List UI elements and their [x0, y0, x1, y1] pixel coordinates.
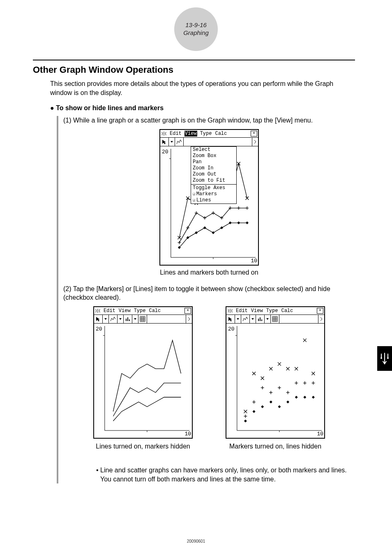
calc-screenshot-2: Edit View Type Calc ✕	[93, 306, 193, 439]
menu-item-zoom-to-fit[interactable]: Zoom to Fit	[191, 178, 236, 184]
menu-item-lines[interactable]: Lines	[191, 197, 236, 204]
svg-rect-40	[253, 410, 256, 413]
close-icon[interactable]: ✕	[317, 308, 323, 314]
svg-rect-16	[127, 317, 128, 321]
menubar: Edit View Type Calc ✕	[160, 130, 258, 138]
menu-edit[interactable]: Edit	[103, 308, 116, 314]
step-1: (1) While a line graph or a scatter grap…	[63, 116, 355, 125]
page: 13-9-16 Graphing Other Graph Window Oper…	[0, 0, 392, 555]
toolbar-graph-icon[interactable]	[175, 138, 184, 146]
svg-rect-47	[312, 396, 315, 399]
toolbar-table-icon[interactable]	[138, 315, 147, 323]
svg-rect-14	[246, 221, 249, 224]
page-ref: 13-9-16	[185, 21, 207, 29]
tab-icon	[380, 352, 390, 365]
section-rule	[33, 60, 355, 60]
app-menu-icon[interactable]	[161, 131, 167, 136]
menu-item-select[interactable]: Select	[191, 147, 236, 153]
dropdown-arrow-icon[interactable]	[250, 315, 256, 323]
svg-rect-39	[244, 419, 247, 422]
menu-view[interactable]: View	[184, 131, 197, 136]
toolbar-select-icon[interactable]	[94, 315, 103, 323]
procedure-block: (1) While a line graph or a scatter grap…	[57, 116, 355, 483]
toolbar-expand-icon[interactable]	[252, 138, 258, 146]
menu-item-pan[interactable]: Pan	[191, 159, 236, 165]
menu-item-toggle-axes[interactable]: Toggle Axes	[191, 185, 236, 191]
toolbar-expand-icon[interactable]	[186, 315, 192, 323]
menu-item-zoom-in[interactable]: Zoom In	[191, 165, 236, 171]
close-icon[interactable]: ✕	[184, 308, 191, 314]
svg-rect-45	[295, 396, 298, 399]
menubar: Edit View Type Calc ✕	[94, 307, 192, 315]
svg-rect-41	[261, 405, 264, 408]
procedure-title-text: To show or hide lines and markers	[56, 104, 164, 111]
app-menu-icon[interactable]	[227, 308, 233, 313]
toolbar-table-icon[interactable]	[271, 315, 279, 323]
svg-point-0	[381, 358, 382, 358]
dropdown-arrow-icon[interactable]	[235, 315, 241, 323]
dropdown-arrow-icon[interactable]	[118, 315, 124, 323]
menu-item-markers[interactable]: Markers	[191, 191, 236, 197]
menu-type[interactable]: Type	[134, 308, 146, 314]
svg-rect-46	[303, 396, 306, 399]
menu-calc[interactable]: Calc	[281, 308, 293, 314]
dropdown-arrow-icon[interactable]	[103, 315, 109, 323]
calc-screenshot-1: Edit View Type Calc ✕	[159, 129, 259, 266]
toolbar-select-icon[interactable]	[160, 138, 169, 146]
screenshot-row: Edit View Type Calc ✕	[63, 306, 355, 458]
menu-type[interactable]: Type	[200, 131, 212, 136]
caption-1: Lines and markers both turned on	[63, 269, 355, 276]
plot-area: 20 10	[226, 324, 324, 438]
svg-rect-27	[258, 319, 259, 321]
menu-calc[interactable]: Calc	[148, 308, 161, 314]
chapter-thumb-tab	[377, 346, 392, 371]
menu-view[interactable]: View	[251, 308, 263, 314]
plot-svg	[226, 324, 324, 438]
menu-item-zoom-out[interactable]: Zoom Out	[191, 171, 236, 178]
app-menu-icon[interactable]	[95, 308, 101, 313]
note: • Line and scatter graphs can have marke…	[96, 466, 355, 483]
svg-rect-18	[140, 317, 145, 321]
toolbar	[94, 315, 192, 324]
caption-right: Markers turned on, lines hidden	[229, 443, 321, 450]
menu-edit[interactable]: Edit	[235, 308, 248, 314]
menu-type[interactable]: Type	[266, 308, 279, 314]
svg-rect-28	[260, 317, 261, 321]
toolbar-select-icon[interactable]	[226, 315, 235, 323]
svg-rect-9	[203, 226, 206, 229]
menu-item-zoom-box[interactable]: Zoom Box	[191, 153, 236, 159]
intro-text: This section provides more details about…	[50, 79, 355, 97]
svg-rect-13	[237, 221, 240, 224]
toolbar-chart-type-icon[interactable]	[256, 315, 265, 323]
caption-left: Lines turned on, markers hidden	[96, 443, 190, 450]
step-2: (2) Tap the [Markers] or [Lines] item to…	[63, 284, 355, 302]
procedure-title: ● To show or hide lines and markers	[50, 104, 355, 112]
section-title: Other Graph Window Operations	[33, 65, 355, 75]
menu-edit[interactable]: Edit	[169, 131, 182, 136]
dropdown-arrow-icon[interactable]	[132, 315, 138, 323]
page-badge: 13-9-16 Graphing	[174, 7, 218, 51]
toolbar	[226, 315, 324, 324]
menubar: Edit View Type Calc ✕	[226, 307, 324, 315]
dropdown-arrow-icon[interactable]	[169, 138, 175, 146]
print-id: 20090601	[0, 539, 392, 543]
menu-calc[interactable]: Calc	[214, 131, 227, 136]
plot-svg	[94, 324, 192, 438]
svg-rect-42	[270, 400, 272, 403]
svg-point-1	[387, 358, 388, 358]
toolbar	[160, 138, 258, 146]
calc-screenshot-3: Edit View Type Calc ✕	[226, 306, 325, 439]
menu-view[interactable]: View	[118, 308, 131, 314]
svg-rect-29	[261, 319, 262, 321]
svg-rect-12	[229, 221, 232, 224]
bullet-icon: ●	[50, 104, 54, 111]
toolbar-graph-icon[interactable]	[241, 315, 250, 323]
plot-area: 20 10 Select Zoom Box Pan Zoom In Zoom O…	[160, 146, 258, 265]
toolbar-chart-type-icon[interactable]	[124, 315, 132, 323]
toolbar-expand-icon[interactable]	[318, 315, 324, 323]
dropdown-arrow-icon[interactable]	[265, 315, 271, 323]
view-dropdown: Select Zoom Box Pan Zoom In Zoom Out Zoo…	[191, 146, 237, 204]
close-icon[interactable]: ✕	[251, 131, 257, 136]
toolbar-graph-icon[interactable]	[109, 315, 118, 323]
svg-rect-8	[195, 231, 198, 234]
